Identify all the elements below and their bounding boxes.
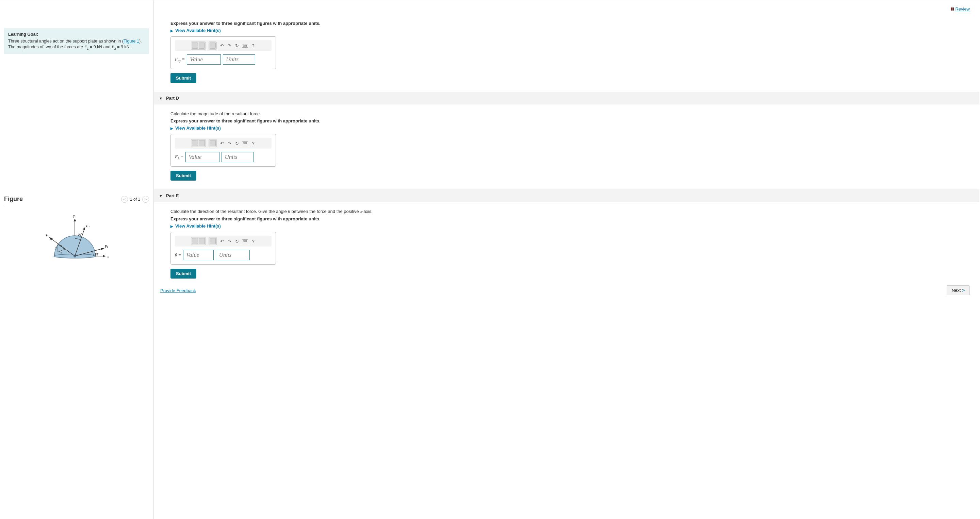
svg-text:y: y [73,214,75,217]
provide-feedback-link[interactable]: Provide Feedback [160,288,196,293]
svg-marker-9 [101,248,104,250]
parte-submit-button[interactable]: Submit [170,269,196,279]
parte-prompt: Calculate the direction of the resultant… [170,209,970,214]
partd-variable-label: FR = [175,154,183,160]
partd-units-input[interactable] [221,152,254,162]
partc-units-input[interactable] [223,54,255,65]
svg-text:4: 4 [55,246,57,249]
svg-text:5: 5 [60,244,62,247]
svg-text:3: 3 [60,251,62,254]
partd-prompt: Calculate the magnitude of the resultant… [170,111,970,116]
redo-icon[interactable]: ↷ [227,239,232,243]
figure-image: x y F₁ 15° F₂ 20° F₃ [4,212,149,270]
learning-goal-heading: Learning Goal: [8,32,145,38]
parte-toolbar: ↶ ↷ ↻ ⌨ ? [175,236,272,247]
undo-icon[interactable]: ↶ [220,239,224,243]
next-button[interactable]: Next> [947,285,970,295]
svg-marker-4 [73,219,76,221]
parte-instruction: Express your answer to three significant… [170,216,970,221]
parte-answer-box: ↶ ↷ ↻ ⌨ ? θ = [170,232,276,265]
keyboard-icon[interactable]: ⌨ [242,44,248,48]
partc-instruction: Express your answer to three significant… [170,21,970,26]
review-icon [951,8,954,11]
learning-goal-text: Three structural angles act on the suppo… [8,39,142,50]
redo-icon[interactable]: ↷ [227,141,232,146]
caret-down-icon: ▼ [159,194,163,198]
partc-submit-button[interactable]: Submit [170,73,196,83]
partd-answer-box: ↶ ↷ ↻ ⌨ ? FR = [170,134,276,167]
template-icon[interactable] [191,41,206,50]
svg-text:20°: 20° [78,233,82,236]
undo-icon[interactable]: ↶ [220,141,224,146]
figure-title: Figure [4,195,23,203]
partd-hints-toggle[interactable]: View Available Hint(s) [170,125,970,130]
reset-icon[interactable]: ↻ [234,43,239,48]
parte-value-input[interactable] [183,250,214,260]
fraction-icon[interactable] [208,41,217,50]
help-icon[interactable]: ? [251,239,256,243]
parte-hints-toggle[interactable]: View Available Hint(s) [170,224,970,229]
partd-instruction: Express your answer to three significant… [170,118,970,124]
partc-variable-label: FRy = [175,56,185,63]
template-icon[interactable] [191,139,206,147]
reset-icon[interactable]: ↻ [234,141,239,146]
learning-goal-box: Learning Goal: Three structural angles a… [4,28,149,54]
parte-header[interactable]: ▼ Part E [154,189,979,202]
reset-icon[interactable]: ↻ [234,239,239,243]
fraction-icon[interactable] [208,237,217,245]
svg-marker-17 [49,237,53,240]
help-icon[interactable]: ? [251,141,256,146]
parte-title: Part E [166,193,179,198]
partd-submit-button[interactable]: Submit [170,171,196,181]
keyboard-icon[interactable]: ⌨ [242,240,248,243]
parte-units-input[interactable] [216,250,250,260]
caret-down-icon: ▼ [159,96,163,100]
fraction-icon[interactable] [208,139,217,147]
chevron-right-icon: > [962,288,965,293]
partd-header[interactable]: ▼ Part D [154,92,979,105]
figure-page-indicator: 1 of 1 [130,197,140,202]
svg-text:F₃: F₃ [46,233,50,237]
partd-toolbar: ↶ ↷ ↻ ⌨ ? [175,138,272,149]
partc-value-input[interactable] [187,54,221,65]
figure-link[interactable]: Figure 1 [124,39,139,43]
template-icon[interactable] [191,237,206,245]
svg-text:F₁: F₁ [105,244,108,248]
svg-text:15°: 15° [95,253,99,256]
figure-pager: < 1 of 1 > [121,196,149,203]
figure-header: Figure < 1 of 1 > [4,194,149,205]
svg-marker-13 [83,227,85,230]
partd-value-input[interactable] [185,152,220,162]
keyboard-icon[interactable]: ⌨ [242,141,248,145]
partc-hints-toggle[interactable]: View Available Hint(s) [170,28,970,33]
figure-prev-button[interactable]: < [121,196,128,203]
parte-variable-label: θ = [175,252,181,258]
figure-next-button[interactable]: > [142,196,149,203]
review-link[interactable]: Review [951,6,970,11]
svg-text:F₂: F₂ [86,224,90,228]
help-icon[interactable]: ? [251,43,256,48]
svg-marker-1 [103,255,105,257]
svg-text:x: x [107,254,109,258]
partc-answer-box: ↶ ↷ ↻ ⌨ ? FRy = [170,37,276,69]
partd-title: Part D [166,95,179,101]
redo-icon[interactable]: ↷ [227,43,232,48]
partc-toolbar: ↶ ↷ ↻ ⌨ ? [175,40,272,51]
undo-icon[interactable]: ↶ [220,43,224,48]
